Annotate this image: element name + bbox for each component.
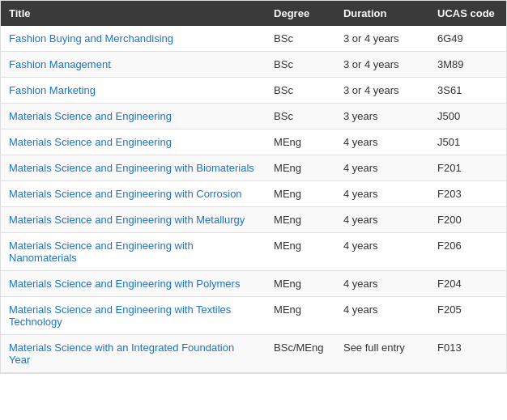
table-row: Materials Science and Engineering with N…: [1, 233, 506, 271]
course-link[interactable]: Fashion Buying and Merchandising: [9, 32, 173, 45]
table-row: Fashion MarketingBSc3 or 4 years3S61: [1, 78, 506, 104]
cell-degree: MEng: [266, 129, 335, 155]
table-row: Materials Science and Engineering with P…: [1, 271, 506, 297]
cell-duration: 4 years: [335, 155, 429, 181]
cell-title: Materials Science and Engineering with C…: [1, 181, 266, 207]
cell-ucas: 6G49: [429, 26, 506, 52]
header-duration: Duration: [335, 1, 429, 26]
course-link[interactable]: Fashion Management: [9, 58, 111, 70]
header-degree: Degree: [266, 1, 335, 26]
table-row: Fashion Buying and MerchandisingBSc3 or …: [1, 26, 506, 52]
cell-ucas: J501: [429, 129, 506, 155]
course-link[interactable]: Materials Science and Engineering with N…: [9, 240, 194, 264]
course-link[interactable]: Materials Science with an Integrated Fou…: [9, 342, 234, 366]
cell-title: Fashion Buying and Merchandising: [1, 26, 266, 52]
table-row: Materials Science and Engineering with M…: [1, 207, 506, 233]
cell-ucas: F200: [429, 207, 506, 233]
cell-degree: MEng: [266, 233, 335, 271]
cell-degree: MEng: [266, 271, 335, 297]
cell-duration: 3 or 4 years: [335, 52, 429, 78]
cell-degree: BSc: [266, 26, 335, 52]
table-row: Fashion ManagementBSc3 or 4 years3M89: [1, 52, 506, 78]
course-link[interactable]: Materials Science and Engineering with C…: [9, 188, 242, 200]
cell-title: Materials Science and Engineering with T…: [1, 297, 266, 335]
cell-ucas: 3S61: [429, 78, 506, 104]
cell-title: Materials Science and Engineering: [1, 104, 266, 129]
cell-duration: 4 years: [335, 233, 429, 271]
header-title: Title: [1, 1, 266, 26]
cell-degree: MEng: [266, 297, 335, 335]
cell-title: Materials Science and Engineering with N…: [1, 233, 266, 271]
course-link[interactable]: Materials Science and Engineering with T…: [9, 303, 231, 328]
cell-title: Materials Science and Engineering: [1, 129, 266, 155]
cell-degree: MEng: [266, 181, 335, 207]
cell-duration: 4 years: [335, 271, 429, 297]
header-ucas: UCAS code: [429, 1, 506, 26]
cell-ucas: F203: [429, 181, 506, 207]
cell-degree: BSc: [266, 104, 335, 129]
table-header-row: Title Degree Duration UCAS code: [1, 1, 506, 26]
cell-title: Fashion Management: [1, 52, 266, 78]
cell-duration: 3 or 4 years: [335, 78, 429, 104]
cell-duration: 4 years: [335, 297, 429, 335]
cell-title: Materials Science and Engineering with B…: [1, 155, 266, 181]
cell-duration: 3 years: [335, 104, 429, 129]
course-link[interactable]: Materials Science and Engineering with M…: [9, 214, 245, 226]
cell-title: Fashion Marketing: [1, 78, 266, 104]
cell-ucas: F013: [429, 335, 506, 373]
cell-duration: 3 or 4 years: [335, 26, 429, 52]
table-row: Materials Science and Engineering with C…: [1, 181, 506, 207]
cell-ucas: F206: [429, 233, 506, 271]
cell-duration: See full entry: [335, 335, 429, 373]
cell-duration: 4 years: [335, 181, 429, 207]
cell-title: Materials Science with an Integrated Fou…: [1, 335, 266, 373]
course-link[interactable]: Materials Science and Engineering: [9, 110, 172, 122]
cell-title: Materials Science and Engineering with P…: [1, 271, 266, 297]
table-row: Materials Science and Engineering with T…: [1, 297, 506, 335]
course-link[interactable]: Fashion Marketing: [9, 84, 96, 96]
table-row: Materials Science with an Integrated Fou…: [1, 335, 506, 373]
course-link[interactable]: Materials Science and Engineering with B…: [9, 162, 254, 174]
course-link[interactable]: Materials Science and Engineering with P…: [9, 278, 240, 290]
table-row: Materials Science and EngineeringBSc3 ye…: [1, 104, 506, 129]
cell-degree: BSc: [266, 52, 335, 78]
cell-ucas: F204: [429, 271, 506, 297]
cell-ucas: 3M89: [429, 52, 506, 78]
cell-degree: BSc: [266, 78, 335, 104]
cell-degree: MEng: [266, 155, 335, 181]
cell-ucas: J500: [429, 104, 506, 129]
cell-duration: 4 years: [335, 129, 429, 155]
cell-degree: MEng: [266, 207, 335, 233]
courses-table: Title Degree Duration UCAS code Fashion …: [1, 1, 506, 373]
table-row: Materials Science and Engineering with B…: [1, 155, 506, 181]
course-link[interactable]: Materials Science and Engineering: [9, 136, 172, 148]
cell-ucas: F201: [429, 155, 506, 181]
cell-ucas: F205: [429, 297, 506, 335]
cell-title: Materials Science and Engineering with M…: [1, 207, 266, 233]
table-row: Materials Science and EngineeringMEng4 y…: [1, 129, 506, 155]
cell-duration: 4 years: [335, 207, 429, 233]
courses-table-container: Title Degree Duration UCAS code Fashion …: [0, 0, 507, 374]
cell-degree: BSc/MEng: [266, 335, 335, 373]
